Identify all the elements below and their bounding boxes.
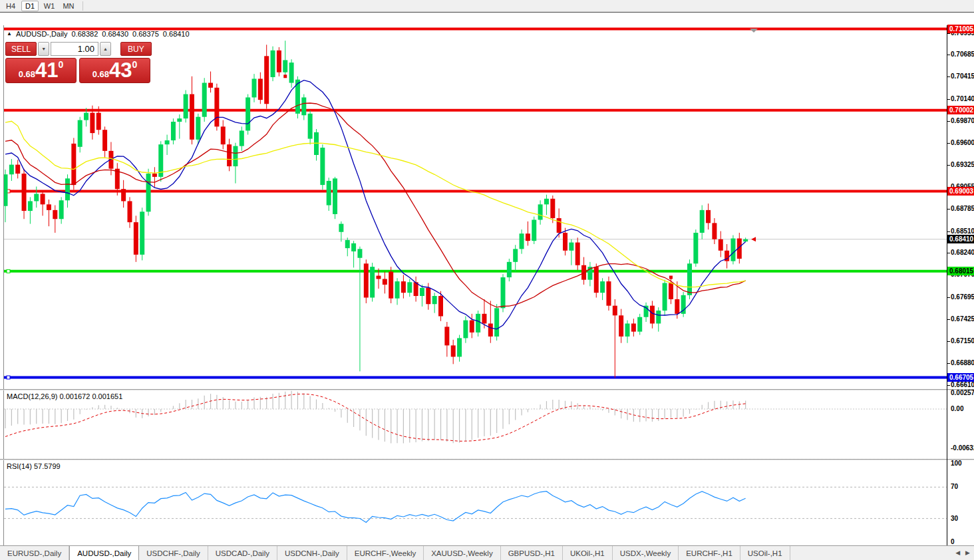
timeframe-toolbar: H4D1W1MN bbox=[0, 0, 974, 12]
one-click-trading-panel: SELL ▼ ▲ BUY 0.68410 0.68430 bbox=[5, 42, 152, 83]
level-line-handle[interactable] bbox=[7, 376, 10, 379]
chart-window: ▲ AUDUSD-,Daily 0.68382 0.68430 0.68375 … bbox=[0, 12, 974, 545]
buy-button[interactable]: BUY bbox=[120, 42, 152, 56]
signal-marker-icon bbox=[725, 255, 729, 258]
price-level-badge: 0.68015 bbox=[947, 267, 974, 275]
signal-marker-icon bbox=[669, 276, 673, 279]
chart-tab[interactable]: USDCAD-,Daily bbox=[208, 546, 277, 560]
chart-tab[interactable]: EURCHF-,Weekly bbox=[347, 546, 424, 560]
sell-price-sup: 0 bbox=[59, 59, 64, 70]
chart-tab[interactable]: USDCNH-,Daily bbox=[277, 546, 347, 560]
price-tick-label: 0.68240 bbox=[951, 249, 974, 257]
timeframe-button-h4[interactable]: H4 bbox=[2, 1, 19, 11]
axis-tick-mark bbox=[947, 76, 950, 77]
tab-scroll-arrows[interactable]: ◀ ▶ bbox=[955, 545, 970, 560]
axis-tick-mark bbox=[947, 363, 950, 364]
sell-button[interactable]: SELL bbox=[5, 42, 37, 56]
symbol-expand-icon[interactable]: ▲ bbox=[7, 31, 12, 37]
axis-tick-mark bbox=[947, 231, 950, 232]
macd-indicator-label: MACD(12,26,9) 0.001672 0.001651 bbox=[7, 392, 122, 400]
chart-ohlc-header: ▲ AUDUSD-,Daily 0.68382 0.68430 0.68375 … bbox=[7, 30, 190, 38]
price-arrow-icon bbox=[751, 237, 756, 241]
macd-tick-label: -0.006326 bbox=[951, 444, 974, 452]
price-level-badge: 0.69003 bbox=[947, 187, 974, 196]
ohlc-close: 0.68410 bbox=[163, 30, 190, 38]
chart-tab[interactable]: UKOil-,H1 bbox=[563, 546, 613, 560]
price-tick-label: 0.68785 bbox=[951, 205, 974, 213]
price-tick-label: 0.69600 bbox=[951, 139, 974, 147]
axis-tick-mark bbox=[947, 297, 950, 298]
chart-tab-bar: EURUSD-,DailyAUDUSD-,DailyUSDCHF-,DailyU… bbox=[0, 545, 974, 560]
price-level-badge: 0.70002 bbox=[947, 106, 974, 114]
chart-tab[interactable]: AUDUSD-,Daily bbox=[69, 545, 139, 560]
price-tick-label: 0.66880 bbox=[951, 359, 974, 367]
rsi-tick-label: 100 bbox=[951, 460, 962, 468]
axis-tick-mark bbox=[947, 165, 950, 166]
rsi-pane bbox=[4, 487, 947, 522]
timeframe-button-d1[interactable]: D1 bbox=[21, 1, 39, 11]
buy-price-big: 43 bbox=[109, 61, 132, 80]
sell-price-big: 41 bbox=[35, 61, 58, 80]
tab-scroll-left-icon[interactable]: ◀ bbox=[955, 549, 960, 556]
axis-tick-mark bbox=[947, 341, 950, 342]
price-tick-label: 0.69325 bbox=[951, 161, 974, 169]
volume-increase-button[interactable]: ▲ bbox=[100, 42, 111, 56]
axis-tick-mark bbox=[947, 33, 950, 34]
price-tick-label: 0.66610 bbox=[951, 381, 974, 389]
chart-shift-marker-icon[interactable] bbox=[750, 29, 758, 33]
macd-signal-line bbox=[5, 394, 746, 441]
axis-tick-mark bbox=[947, 253, 950, 253]
rsi-indicator-label: RSI(14) 57.5799 bbox=[7, 462, 61, 470]
ohlc-high: 0.68430 bbox=[102, 30, 128, 38]
price-level-badge: 0.71005 bbox=[947, 25, 974, 33]
timeframe-button-mn[interactable]: MN bbox=[60, 1, 77, 11]
axis-tick-mark bbox=[947, 385, 950, 386]
price-tick-label: 0.69870 bbox=[951, 117, 974, 125]
chart-tab[interactable]: USOil-,H1 bbox=[740, 546, 790, 560]
price-tick-label: 0.70415 bbox=[951, 72, 974, 80]
volume-input[interactable] bbox=[51, 42, 98, 56]
axis-tick-mark bbox=[947, 55, 950, 55]
price-tick-label: 0.67695 bbox=[951, 293, 974, 301]
macd-pane bbox=[4, 391, 947, 444]
rsi-line bbox=[5, 491, 746, 523]
pane-divider-macd[interactable] bbox=[0, 389, 974, 390]
volume-decrease-button[interactable]: ▼ bbox=[38, 42, 49, 56]
price-level-badge: 0.68410 bbox=[947, 235, 974, 243]
chart-tab[interactable]: USDX-,Weekly bbox=[613, 546, 679, 560]
pane-divider-rsi[interactable] bbox=[0, 459, 974, 460]
candles-layer bbox=[3, 41, 748, 378]
macd-tick-label: 0.00 bbox=[951, 405, 963, 413]
chart-tab[interactable]: EURCHF-,H1 bbox=[679, 546, 740, 560]
chart-tab[interactable]: GBPUSD-,H1 bbox=[501, 546, 563, 560]
axis-tick-mark bbox=[947, 209, 950, 210]
timeframe-button-w1[interactable]: W1 bbox=[41, 1, 58, 11]
axis-tick-mark bbox=[947, 121, 950, 122]
price-tick-label: 0.70140 bbox=[951, 95, 974, 103]
price-tick-label: 0.67150 bbox=[951, 337, 974, 345]
price-chart[interactable] bbox=[0, 13, 974, 560]
price-axis-separator bbox=[947, 25, 947, 557]
rsi-tick-label: 70 bbox=[951, 483, 958, 491]
price-tick-label: 0.70685 bbox=[951, 51, 974, 59]
chart-tab[interactable]: USDCHF-,Daily bbox=[139, 546, 208, 560]
buy-price-box[interactable]: 0.68430 bbox=[79, 58, 150, 83]
ma-mid-line bbox=[5, 103, 746, 307]
chart-tab[interactable]: XAUUSD-,Weekly bbox=[424, 546, 500, 560]
axis-tick-mark bbox=[947, 319, 950, 320]
tab-scroll-right-icon[interactable]: ▶ bbox=[965, 549, 970, 556]
signal-marker-icon bbox=[283, 74, 287, 78]
axis-tick-mark bbox=[947, 99, 950, 100]
chart-tab[interactable]: EURUSD-,Daily bbox=[0, 546, 69, 560]
buy-price-prefix: 0.68 bbox=[92, 69, 109, 79]
level-line-handle[interactable] bbox=[7, 269, 10, 273]
macd-tick-label: 0.002574 bbox=[951, 389, 974, 397]
chart-symbol-label: AUDUSD-,Daily bbox=[16, 30, 68, 38]
ohlc-low: 0.68375 bbox=[132, 30, 159, 38]
toolbar-separator bbox=[82, 1, 83, 11]
price-tick-label: 0.67425 bbox=[951, 315, 974, 323]
sell-price-prefix: 0.68 bbox=[19, 69, 35, 79]
ma-fast-line bbox=[5, 80, 746, 329]
ma-slow-line bbox=[5, 121, 746, 287]
sell-price-box[interactable]: 0.68410 bbox=[5, 58, 77, 83]
